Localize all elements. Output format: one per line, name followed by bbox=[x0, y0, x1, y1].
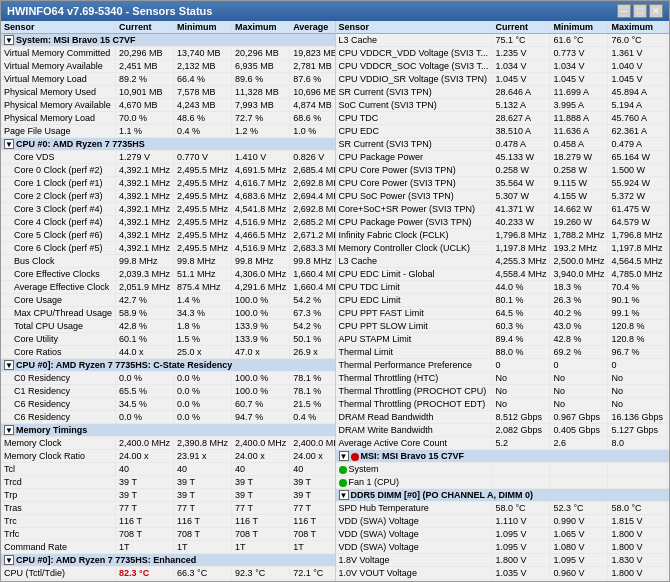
table-row[interactable]: Average Effective Clock 2,051.9 MHz 875.… bbox=[1, 281, 336, 294]
expand-icon[interactable]: ▼ bbox=[4, 555, 14, 565]
table-row[interactable]: Max CPU/Thread Usage 58.9 % 34.3 % 100.0… bbox=[1, 307, 336, 320]
table-row[interactable]: Infinity Fabric Clock (FCLK) 1,796.8 MHz… bbox=[336, 229, 670, 242]
table-row[interactable]: Fan 1 (CPU) bbox=[336, 476, 670, 489]
table-row[interactable]: Core Utility 60.1 % 1.5 % 133.9 % 50.1 % bbox=[1, 333, 336, 346]
table-row[interactable]: SoC Current (SVI3 TPN) 5.132 A 3.995 A 5… bbox=[336, 99, 670, 112]
table-row[interactable]: L3 Cache 75.1 °C 61.6 °C 76.0 °C 68.8 °C bbox=[336, 34, 670, 47]
minimize-button[interactable]: ─ bbox=[617, 4, 631, 18]
table-row[interactable]: Core 2 Clock (perf #3) 4,392.1 MHz 2,495… bbox=[1, 190, 336, 203]
table-row[interactable]: CPU PPT FAST Limit 64.5 % 40.2 % 99.1 % … bbox=[336, 307, 670, 320]
close-button[interactable]: ✕ bbox=[649, 4, 663, 18]
table-row[interactable]: 1.0V VOUT Voltage 1.035 V 0.960 V 1.800 … bbox=[336, 567, 670, 580]
table-row[interactable]: Core 1 Clock (perf #1) 4,392.1 MHz 2,495… bbox=[1, 177, 336, 190]
table-row[interactable]: CPU PPT SLOW Limit 60.3 % 43.0 % 120.8 %… bbox=[336, 320, 670, 333]
table-row[interactable]: Virtual Memory Available 2,451 MB 2,132 … bbox=[1, 60, 336, 73]
table-row[interactable]: C1 Residency 65.5 % 0.0 % 100.0 % 78.1 % bbox=[1, 385, 336, 398]
table-row[interactable]: CPU Package Power (SVI3 TPN) 40.233 W 19… bbox=[336, 216, 670, 229]
table-row[interactable]: CPU VDDIO_SR Voltage (SVI3 TPN) 1.045 V … bbox=[336, 73, 670, 86]
table-row[interactable]: Average Active Core Count 5.2 2.6 8.0 6.… bbox=[336, 437, 670, 450]
table-row[interactable]: Thermal Throttling (PROCHOT EDT) No No N… bbox=[336, 398, 670, 411]
table-row[interactable]: SR Current (SVI3 TPN) 0.478 A 0.458 A 0.… bbox=[336, 138, 670, 151]
table-row[interactable]: Thermal Limit 88.0 % 69.2 % 96.7 % 75.8 … bbox=[336, 346, 670, 359]
table-row[interactable]: Total CPU Usage 42.8 % 1.8 % 133.9 % 54.… bbox=[1, 320, 336, 333]
table-row[interactable]: CPU Core Power (SVI3 TPN) 0.258 W 0.258 … bbox=[336, 164, 670, 177]
table-row[interactable]: Physical Memory Used 10,901 MB 7,578 MB … bbox=[1, 86, 336, 99]
sensor-current: 42.8 % bbox=[116, 320, 174, 333]
table-row[interactable]: Core Effective Clocks 2,039.3 MHz 51.1 M… bbox=[1, 268, 336, 281]
table-row[interactable]: 1.8V Voltage 1.800 V 1.095 V 1.830 V 1.7… bbox=[336, 554, 670, 567]
sensor-avg: 1.0 % bbox=[290, 125, 336, 138]
table-row[interactable]: Tras 77 T 77 T 77 T 77 T bbox=[1, 502, 336, 515]
table-row[interactable]: DRAM Write Bandwidth 2.082 Gbps 0.405 Gb… bbox=[336, 424, 670, 437]
table-row[interactable]: CPU (Tctl/Tdie) 82.3 °C 66.3 °C 92.3 °C … bbox=[1, 567, 336, 580]
sensor-min: 875.4 MHz bbox=[174, 281, 232, 294]
table-row[interactable]: Trc 116 T 116 T 116 T 116 T bbox=[1, 515, 336, 528]
table-row[interactable]: Core 4 Clock (perf #4) 4,392.1 MHz 2,495… bbox=[1, 216, 336, 229]
table-row[interactable]: Memory Clock 2,400.0 MHz 2,390.8 MHz 2,4… bbox=[1, 437, 336, 450]
table-row[interactable]: C0 Residency 0.0 % 0.0 % 100.0 % 78.1 % bbox=[1, 372, 336, 385]
table-row[interactable]: Command Rate 1T 1T 1T 1T bbox=[1, 541, 336, 554]
table-row[interactable]: Core VDS 1.279 V 0.770 V 1.410 V 0.826 V bbox=[1, 151, 336, 164]
table-row[interactable]: Trfc 708 T 708 T 708 T 708 T bbox=[1, 528, 336, 541]
table-row[interactable]: Tcl 40 40 40 40 bbox=[1, 463, 336, 476]
table-row[interactable]: CPU Package Power 45.133 W 18.279 W 65.1… bbox=[336, 151, 670, 164]
table-row[interactable]: L3 Cache 4,255.3 MHz 2,500.0 MHz 4,564.5… bbox=[336, 255, 670, 268]
table-row[interactable]: CPU SoC Power (SVI3 TPN) 5.307 W 4.155 W… bbox=[336, 190, 670, 203]
table-row[interactable]: CPU VDDCR_SOC Voltage (SVI3 T... 1.034 V… bbox=[336, 60, 670, 73]
table-row[interactable]: CPU EDC Limit - Global 4,558.4 MHz 3,940… bbox=[336, 268, 670, 281]
table-row[interactable]: CPU Core 83.6 °C 65.8 °C 91.8 °C 72.0 °C bbox=[1, 580, 336, 582]
table-row[interactable]: Core 6 Clock (perf #5) 4,392.1 MHz 2,495… bbox=[1, 242, 336, 255]
table-row[interactable]: C6 Residency 34.5 % 0.0 % 60.7 % 21.5 % bbox=[1, 398, 336, 411]
table-row[interactable]: Core Ratios 44.0 x 25.0 x 47.0 x 26.9 x bbox=[1, 346, 336, 359]
table-row[interactable]: Virtual Memory Load 89.2 % 66.4 % 89.6 %… bbox=[1, 73, 336, 86]
table-row[interactable]: VTT Voltage 4.930 V 4.485 V 8.470 V 4.74… bbox=[336, 580, 670, 582]
table-row[interactable]: Physical Memory Available 4,670 MB 4,243… bbox=[1, 99, 336, 112]
table-row[interactable]: Bus Clock 99.8 MHz 99.8 MHz 99.8 MHz 99.… bbox=[1, 255, 336, 268]
table-row[interactable]: Core Usage 42.7 % 1.4 % 100.0 % 54.2 % bbox=[1, 294, 336, 307]
sensor-avg: 24.00 x bbox=[290, 450, 336, 463]
table-row[interactable]: Page File Usage 1.1 % 0.4 % 1.2 % 1.0 % bbox=[1, 125, 336, 138]
sensor-min: 18.3 % bbox=[550, 281, 608, 294]
sensor-min: 48.6 % bbox=[174, 112, 232, 125]
table-row[interactable]: Core+SoC+SR Power (SVI3 TPN) 41.371 W 14… bbox=[336, 203, 670, 216]
table-row[interactable]: Core 3 Clock (perf #4) 4,392.1 MHz 2,495… bbox=[1, 203, 336, 216]
sensor-name: Average Effective Clock bbox=[1, 281, 116, 294]
table-row[interactable]: SR Current (SVI3 TPN) 28.646 A 11.699 A … bbox=[336, 86, 670, 99]
sensor-current: 28.627 A bbox=[492, 112, 550, 125]
table-row[interactable]: VDD (SWA) Voltage 1.095 V 1.065 V 1.800 … bbox=[336, 528, 670, 541]
expand-icon[interactable]: ▼ bbox=[4, 35, 14, 45]
table-row[interactable]: Thermal Throttling (PROCHOT CPU) No No N… bbox=[336, 385, 670, 398]
table-row[interactable]: SPD Hub Temperature 58.0 °C 52.3 °C 58.0… bbox=[336, 502, 670, 515]
table-row[interactable]: Trp 39 T 39 T 39 T 39 T bbox=[1, 489, 336, 502]
table-row[interactable]: CPU TDC 28.627 A 11.888 A 45.760 A 15.33… bbox=[336, 112, 670, 125]
expand-icon[interactable]: ▼ bbox=[339, 490, 349, 500]
table-row[interactable]: Virtual Memory Committed 20,296 MB 13,74… bbox=[1, 47, 336, 60]
table-row[interactable]: DRAM Read Bandwidth 8.512 Gbps 0.967 Gbp… bbox=[336, 411, 670, 424]
expand-icon[interactable]: ▼ bbox=[4, 425, 14, 435]
table-row[interactable]: System bbox=[336, 463, 670, 476]
sensor-min: 2,495.5 MHz bbox=[174, 177, 232, 190]
table-row[interactable]: VDD (SWA) Voltage 1.110 V 0.990 V 1.815 … bbox=[336, 515, 670, 528]
table-row[interactable]: Memory Clock Ratio 24.00 x 23.91 x 24.00… bbox=[1, 450, 336, 463]
expand-icon[interactable]: ▼ bbox=[4, 360, 14, 370]
table-row[interactable]: CPU Core Power (SVI3 TPN) 35.564 W 9.115… bbox=[336, 177, 670, 190]
sensor-name: VDD (SWA) Voltage bbox=[336, 515, 492, 528]
table-row[interactable]: Trcd 39 T 39 T 39 T 39 T bbox=[1, 476, 336, 489]
table-row[interactable]: Thermal Performance Preference 0 0 0 0 bbox=[336, 359, 670, 372]
table-row[interactable]: Core 0 Clock (perf #2) 4,392.1 MHz 2,495… bbox=[1, 164, 336, 177]
table-row[interactable]: CPU EDC Limit 80.1 % 26.3 % 90.1 % 32.6 … bbox=[336, 294, 670, 307]
table-row[interactable]: Thermal Throttling (HTC) No No No bbox=[336, 372, 670, 385]
table-row[interactable]: APU STAPM Limit 89.4 % 42.8 % 120.8 % 49… bbox=[336, 333, 670, 346]
table-row[interactable]: C6 Residency 0.0 % 0.0 % 94.7 % 0.4 % bbox=[1, 411, 336, 424]
sensor-min: 40.2 % bbox=[550, 307, 608, 320]
expand-icon[interactable]: ▼ bbox=[339, 451, 349, 461]
table-row[interactable]: VDD (SWA) Voltage 1.095 V 1.080 V 1.800 … bbox=[336, 541, 670, 554]
table-row[interactable]: Memory Controller Clock (UCLK) 1,197.8 M… bbox=[336, 242, 670, 255]
table-row[interactable]: CPU EDC 38.510 A 11.636 A 62.361 A 23.46… bbox=[336, 125, 670, 138]
expand-icon[interactable]: ▼ bbox=[4, 139, 14, 149]
maximize-button[interactable]: □ bbox=[633, 4, 647, 18]
table-row[interactable]: Core 5 Clock (perf #6) 4,392.1 MHz 2,495… bbox=[1, 229, 336, 242]
table-row[interactable]: Physical Memory Load 70.0 % 48.6 % 72.7 … bbox=[1, 112, 336, 125]
table-row[interactable]: CPU TDC Limit 44.0 % 18.3 % 70.4 % 23.6 … bbox=[336, 281, 670, 294]
table-row[interactable]: CPU VDDCR_VDD Voltage (SVI3 T... 1.235 V… bbox=[336, 47, 670, 60]
